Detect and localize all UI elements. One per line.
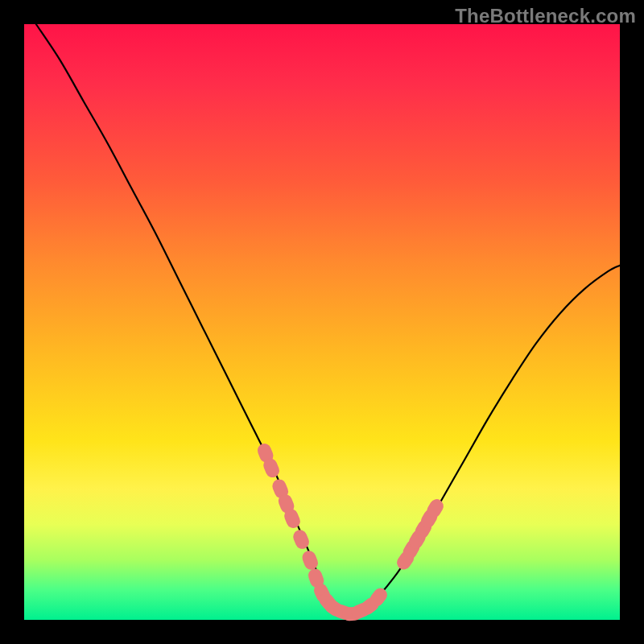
chart-viewport: TheBottleneck.com — [0, 0, 644, 644]
marker-group — [255, 442, 446, 622]
bottleneck-curve — [36, 24, 620, 614]
plot-gradient-area — [24, 24, 620, 620]
chart-svg — [24, 24, 620, 620]
data-marker — [300, 549, 320, 572]
data-marker — [291, 528, 312, 551]
watermark-text: TheBottleneck.com — [455, 5, 636, 27]
